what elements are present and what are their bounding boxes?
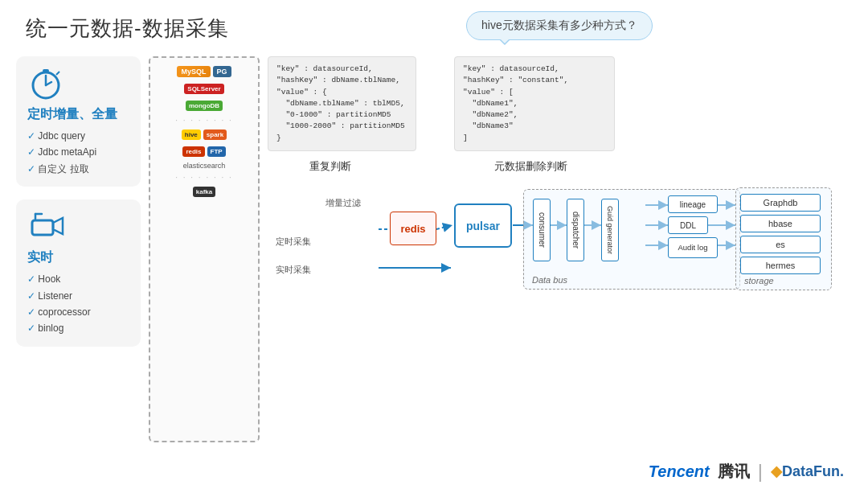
sources-row6: kafka: [193, 187, 215, 197]
dispatcher-box: dispatcher: [567, 199, 584, 261]
cloud-question: hive元数据采集有多少种方式？: [466, 11, 653, 40]
card-scheduled: 定时增量、全量 Jdbc query Jdbc metaApi 自定义 拉取: [16, 56, 141, 187]
label-yuanshuju: 元数据删除判断: [494, 159, 567, 174]
sources-row5: redis FTP: [182, 146, 225, 157]
card2-icon-area: [27, 208, 129, 244]
kafka-badge: kafka: [193, 187, 215, 197]
storage-graphdb: Graphdb: [740, 194, 821, 212]
sqlserver-badge: SQLServer: [184, 84, 223, 94]
pg-badge: PG: [213, 66, 231, 77]
card2-item3: coprocessor: [27, 304, 129, 320]
sources-box: MySQL PG SQLServer mongoDB · · · · · · ·…: [149, 56, 260, 442]
bottom-logos: Tencent 腾讯 | ◆DataFun.: [649, 460, 844, 483]
ddl-box: DDL: [668, 216, 708, 234]
card2-item2: Listener: [27, 288, 129, 304]
mongo-badge: mongoDB: [186, 101, 223, 111]
databus-label: Data bus: [532, 275, 567, 285]
card2-item4: binlog: [27, 320, 129, 336]
left-panel: 定时增量、全量 Jdbc query Jdbc metaApi 自定义 拉取 实…: [16, 56, 141, 360]
card-realtime: 实时 Hook Listener coprocessor binlog: [16, 199, 141, 347]
pulsar-label: pulsar: [466, 220, 500, 232]
card1-item2: Jdbc metaApi: [27, 144, 129, 160]
card1-title: 定时增量、全量: [27, 106, 129, 123]
guid-generator-box: Guid generator: [601, 199, 619, 261]
label-chongfu: 重复判断: [309, 159, 351, 174]
hive-badge: hive: [182, 129, 201, 140]
pulsar-box: pulsar: [454, 203, 512, 248]
mysql-badge: MySQL: [177, 66, 210, 77]
datafun-d: ◆: [771, 463, 782, 479]
storage-hermes: hermes: [740, 257, 821, 274]
redis-box: redis: [390, 212, 436, 245]
card2-title: 实时: [27, 249, 129, 266]
page-title: 统一元数据-数据采集: [26, 14, 229, 43]
datafun-text: DataFun.: [782, 463, 844, 479]
audit-log-box: Audit log: [668, 237, 718, 258]
sources-row3: mongoDB: [186, 101, 223, 111]
sources-row1: MySQL PG: [177, 66, 231, 77]
flow-label-shishi: 实时采集: [276, 264, 311, 276]
storage-hbase: hbase: [740, 215, 821, 232]
json-block-left: "key" : datasourceId, "hashKey" : dbName…: [268, 56, 416, 151]
flow-section: 定时采集 实时采集 增量过滤 redis pulsar: [268, 181, 852, 449]
card1-item1: Jdbc query: [27, 128, 129, 144]
tencent-english: Tencent: [649, 462, 710, 481]
card-icon-area: [27, 64, 129, 101]
card2-list: Hook Listener coprocessor binlog: [27, 271, 129, 337]
lineage-box: lineage: [668, 195, 718, 213]
zengliangguolv-label: 增量过滤: [326, 197, 361, 209]
card1-list: Jdbc query Jdbc metaApi 自定义 拉取: [27, 128, 129, 177]
svg-line-11: [436, 225, 452, 229]
elasticsearch-label: elasticsearch: [183, 162, 226, 170]
svg-line-4: [56, 72, 59, 75]
svg-marker-6: [53, 218, 63, 234]
flow-label-dingshi: 定时采集: [276, 236, 311, 248]
consumer-box: consumer: [533, 199, 551, 261]
camera-icon: [27, 208, 64, 244]
sources-row2: SQLServer: [184, 84, 223, 94]
dots-2: · · · · · · · ·: [175, 173, 233, 182]
storage-label: storage: [744, 276, 774, 286]
card1-item3: 自定义 拉取: [27, 161, 129, 177]
spark-badge: spark: [203, 129, 227, 140]
logo-separator: |: [758, 460, 763, 483]
json-block-right: "key" : datasourceId, "hashKey" : "const…: [454, 56, 615, 151]
ftp-badge: FTP: [207, 146, 226, 157]
datafun-logo: ◆DataFun.: [771, 462, 844, 480]
timer-icon: [27, 64, 64, 101]
dots-1: · · · · · · · ·: [175, 116, 233, 125]
storage-es: es: [740, 236, 821, 253]
tencent-chinese: 腾讯: [718, 461, 750, 483]
redis-sm-badge: redis: [182, 146, 204, 157]
sources-row4: hive spark: [182, 129, 227, 140]
redis-label: redis: [400, 223, 425, 235]
diagram-area: MySQL PG SQLServer mongoDB · · · · · · ·…: [149, 56, 852, 449]
svg-rect-3: [43, 69, 49, 72]
card2-item1: Hook: [27, 271, 129, 287]
svg-rect-5: [32, 220, 53, 235]
